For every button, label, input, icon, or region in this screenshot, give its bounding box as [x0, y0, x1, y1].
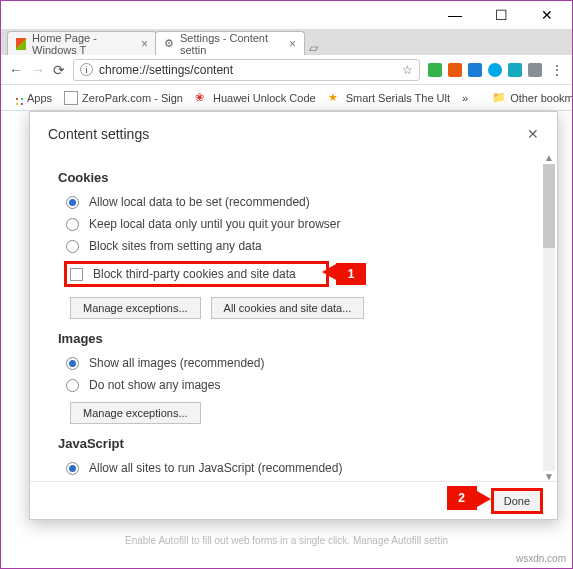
option-label: Allow local data to be set (recommended): [89, 195, 310, 209]
cookies-option-session[interactable]: Keep local data only until you quit your…: [66, 217, 529, 231]
radio-icon[interactable]: [66, 462, 79, 475]
option-label: Block sites from setting any data: [89, 239, 262, 253]
apps-button[interactable]: Apps: [9, 91, 52, 105]
tab-strip: Home Page - Windows T × ⚙ Settings - Con…: [1, 29, 572, 55]
menu-button[interactable]: ⋮: [550, 62, 564, 78]
window-close-button[interactable]: ✕: [532, 5, 562, 25]
javascript-option-allow[interactable]: Allow all sites to run JavaScript (recom…: [66, 461, 529, 475]
bookmark-overflow[interactable]: »: [462, 92, 468, 104]
background-page-text: Enable Autofill to fill out web forms in…: [1, 535, 572, 546]
extension-icon[interactable]: [528, 63, 542, 77]
section-images-title: Images: [58, 331, 529, 346]
cookies-manage-exceptions-button[interactable]: Manage exceptions...: [70, 297, 201, 319]
bookmark-label: Smart Serials The Ult: [346, 92, 450, 104]
dialog-title: Content settings: [48, 126, 149, 142]
extension-icon[interactable]: [488, 63, 502, 77]
extension-icon[interactable]: [508, 63, 522, 77]
section-cookies-title: Cookies: [58, 170, 529, 185]
new-tab-button[interactable]: ▱: [303, 41, 323, 55]
callout-arrow-icon: [477, 491, 491, 507]
bookmarks-bar: Apps ZeroPark.com - Sign ❀ Huawei Unlock…: [1, 85, 572, 111]
windows-favicon-icon: [16, 38, 26, 50]
extension-strip: [428, 63, 542, 77]
tab-settings-content[interactable]: ⚙ Settings - Content settin ×: [155, 31, 305, 55]
images-option-show[interactable]: Show all images (recommended): [66, 356, 529, 370]
images-option-none[interactable]: Do not show any images: [66, 378, 529, 392]
toolbar: ← → ⟳ i chrome://settings/content ☆ ⋮: [1, 55, 572, 85]
address-url: chrome://settings/content: [99, 63, 233, 77]
bookmark-label: ZeroPark.com - Sign: [82, 92, 183, 104]
reload-button[interactable]: ⟳: [53, 62, 65, 78]
option-label: Show all images (recommended): [89, 356, 264, 370]
radio-icon[interactable]: [66, 379, 79, 392]
cookies-option-allow[interactable]: Allow local data to be set (recommended): [66, 195, 529, 209]
dialog-close-button[interactable]: ✕: [527, 126, 539, 142]
images-manage-exceptions-button[interactable]: Manage exceptions...: [70, 402, 201, 424]
bookmark-star-icon[interactable]: ☆: [402, 63, 413, 77]
radio-icon[interactable]: [66, 218, 79, 231]
scroll-up-arrow-icon[interactable]: ▲: [543, 152, 555, 164]
callout-number-1: 1: [336, 263, 366, 285]
page-icon: [64, 91, 78, 105]
tab-home-page[interactable]: Home Page - Windows T ×: [7, 31, 157, 55]
extension-icon[interactable]: [428, 63, 442, 77]
bookmark-item[interactable]: ZeroPark.com - Sign: [64, 91, 183, 105]
tab-label: Home Page - Windows T: [32, 32, 135, 56]
checkbox-label: Block third-party cookies and site data: [93, 267, 296, 281]
close-icon[interactable]: ×: [141, 37, 148, 51]
checkbox-icon[interactable]: [70, 268, 83, 281]
option-label: Do not show any images: [89, 378, 220, 392]
apps-icon: [9, 91, 23, 105]
cookies-option-block[interactable]: Block sites from setting any data: [66, 239, 529, 253]
bookmark-item[interactable]: ❀ Huawei Unlock Code: [195, 91, 316, 105]
extension-icon[interactable]: [448, 63, 462, 77]
callout-arrow-icon: [322, 264, 336, 280]
other-bookmarks-label: Other bookmarks: [510, 92, 573, 104]
watermark-text: wsxdn.com: [516, 553, 566, 564]
apps-label: Apps: [27, 92, 52, 104]
bookmark-item[interactable]: ★ Smart Serials The Ult: [328, 91, 450, 105]
site-info-icon[interactable]: i: [80, 63, 93, 76]
block-third-party-checkbox[interactable]: Block third-party cookies and site data: [64, 261, 329, 287]
bookmark-label: Huawei Unlock Code: [213, 92, 316, 104]
dialog-body: Cookies Allow local data to be set (reco…: [30, 150, 557, 477]
star-icon: ★: [328, 91, 342, 105]
all-cookies-button[interactable]: All cookies and site data...: [211, 297, 365, 319]
back-button[interactable]: ←: [9, 62, 23, 78]
tab-label: Settings - Content settin: [180, 32, 283, 56]
window-minimize-button[interactable]: —: [440, 5, 470, 25]
content-settings-dialog: Content settings ✕ Cookies Allow local d…: [29, 111, 558, 520]
radio-icon[interactable]: [66, 357, 79, 370]
forward-button[interactable]: →: [31, 62, 45, 78]
folder-icon: 📁: [492, 91, 506, 105]
other-bookmarks[interactable]: 📁 Other bookmarks: [492, 91, 573, 105]
option-label: Allow all sites to run JavaScript (recom…: [89, 461, 342, 475]
huawei-icon: ❀: [195, 91, 209, 105]
gear-icon: ⚙: [164, 37, 174, 50]
scroll-thumb[interactable]: [543, 164, 555, 248]
close-icon[interactable]: ×: [289, 37, 296, 51]
radio-icon[interactable]: [66, 240, 79, 253]
scrollbar[interactable]: ▲ ▼: [543, 164, 555, 471]
address-bar[interactable]: i chrome://settings/content ☆: [73, 59, 420, 81]
window-maximize-button[interactable]: ☐: [486, 5, 516, 25]
window-titlebar: — ☐ ✕: [1, 1, 572, 29]
dialog-footer: 2 Done: [30, 481, 557, 519]
callout-number-2: 2: [447, 486, 477, 510]
radio-icon[interactable]: [66, 196, 79, 209]
done-button[interactable]: Done: [491, 488, 543, 514]
section-javascript-title: JavaScript: [58, 436, 529, 451]
option-label: Keep local data only until you quit your…: [89, 217, 340, 231]
extension-icon[interactable]: [468, 63, 482, 77]
